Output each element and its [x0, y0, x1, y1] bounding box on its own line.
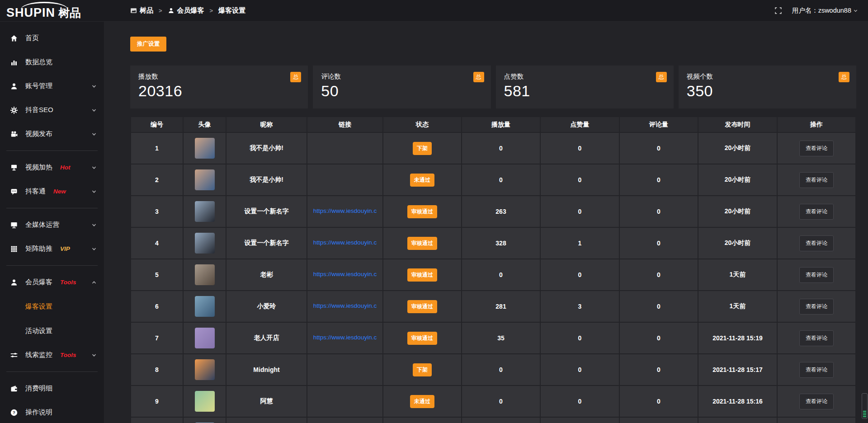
cell-comments: 0 [619, 259, 698, 291]
sidebar-item-badge: Hot [60, 164, 71, 171]
cell-link [307, 132, 383, 164]
sidebar-item[interactable]: 视频发布 [0, 122, 104, 146]
sidebar-subitem[interactable]: 活动设置 [0, 319, 104, 343]
video-link[interactable]: https://www.iesdouyin.c [313, 239, 377, 246]
cell-likes: 0 [540, 354, 619, 385]
cell-time [698, 417, 777, 423]
cell-id: 3 [131, 196, 183, 227]
column-header: 状态 [383, 117, 462, 132]
cell-link [307, 354, 383, 385]
cell-nickname: 我不是小帅! [226, 164, 307, 196]
cell-avatar [183, 354, 226, 385]
sidebar-item[interactable]: 全媒体运营 [0, 213, 104, 237]
view-comments-button[interactable]: 查看评论 [799, 299, 834, 315]
sidebar-item-label: 抖音SEO [25, 106, 53, 114]
cell-avatar [183, 227, 226, 259]
status-badge: 未通过 [410, 174, 434, 187]
user-menu[interactable]: 用户名：zswodun88 [792, 6, 858, 15]
floating-widget[interactable] [862, 393, 868, 419]
cell-likes: 0 [540, 196, 619, 227]
view-comments-button[interactable]: 查看评论 [799, 330, 834, 346]
cell-comments: 0 [619, 196, 698, 227]
column-header: 编号 [131, 117, 183, 132]
screen-heat-icon [10, 164, 19, 172]
stat-card: 播放数总20316 [130, 66, 308, 108]
view-comments-button[interactable]: 查看评论 [799, 172, 834, 188]
breadcrumb-separator: > [159, 7, 162, 14]
sidebar-item[interactable]: 账号管理 [0, 74, 104, 98]
total-badge: 总 [656, 72, 667, 82]
sidebar-item-label: 首页 [25, 34, 39, 42]
cell-id: 2 [131, 164, 183, 196]
avatar [195, 328, 215, 348]
sidebar-item[interactable]: 抖音SEO [0, 98, 104, 122]
view-comments-button[interactable]: 查看评论 [799, 141, 834, 156]
logo-text-cn: 树品 [58, 6, 81, 19]
table-row: 4设置一个新名字https://www.iesdouyin.c审核通过32810… [131, 227, 856, 259]
promo-settings-button[interactable]: 推广设置 [130, 37, 166, 52]
sidebar-item[interactable]: 抖客通New [0, 179, 104, 203]
cell-avatar [183, 417, 226, 423]
cell-nickname: 设置一个新名字 [226, 196, 307, 227]
view-comments-button[interactable]: 查看评论 [799, 394, 834, 409]
view-comments-button[interactable]: 查看评论 [799, 235, 834, 251]
cell-likes: 0 [540, 164, 619, 196]
cell-id [131, 417, 183, 423]
fullscreen-icon[interactable] [774, 7, 782, 14]
avatar [195, 359, 215, 380]
avatar [195, 138, 215, 159]
cell-nickname: 老彬 [226, 259, 307, 291]
cell-avatar [183, 132, 226, 164]
sidebar-item[interactable]: 会员爆客Tools [0, 270, 104, 294]
cell-link: https://www.iesdouyin.c [307, 291, 383, 322]
table-row: 7老人开店https://www.iesdouyin.c审核通过35002021… [131, 322, 856, 354]
cell-action: 查看评论 [777, 132, 856, 164]
cell-likes: 3 [540, 291, 619, 322]
topbar-right: 用户名：zswodun88 [774, 6, 868, 15]
sidebar-item[interactable]: 首页 [0, 26, 104, 50]
chevron-down-icon [91, 108, 97, 113]
cell-nickname: 阿慧 [226, 385, 307, 417]
sidebar-item[interactable]: 线索监控Tools [0, 343, 104, 367]
cell-comments: 0 [619, 227, 698, 259]
cell-link: https://www.iesdouyin.c [307, 322, 383, 354]
breadcrumb-item[interactable]: 爆客设置 [218, 6, 245, 15]
video-link[interactable]: https://www.iesdouyin.c [313, 271, 377, 277]
table-header-row: 编号头像昵称链接状态播放量点赞量评论量发布时间操作 [131, 117, 856, 132]
view-comments-button[interactable]: 查看评论 [799, 362, 834, 378]
status-badge: 下架 [413, 363, 432, 376]
sidebar-item[interactable]: 数据总览 [0, 50, 104, 74]
breadcrumb-label: 会员爆客 [177, 6, 204, 15]
breadcrumb-item[interactable]: 会员爆客 [168, 6, 204, 15]
sidebar-item[interactable]: ?操作说明 [0, 400, 104, 423]
sidebar-item[interactable]: 视频加热Hot [0, 155, 104, 179]
cell-avatar [183, 164, 226, 196]
stat-card: 点赞数总581 [496, 66, 674, 108]
chevron-down-icon [91, 222, 97, 228]
cell-status: 未通过 [383, 385, 462, 417]
cell-time: 2021-11-28 15:19 [698, 322, 777, 354]
cell-id: 1 [131, 132, 183, 164]
cell-action: 查看评论 [777, 227, 856, 259]
cell-comments: 0 [619, 385, 698, 417]
stat-card-label: 点赞数 [504, 72, 665, 81]
video-link[interactable]: https://www.iesdouyin.c [313, 207, 377, 214]
wallet-icon [10, 385, 19, 393]
floating-widget-bars [863, 410, 866, 417]
cell-time: 1天前 [698, 291, 777, 322]
breadcrumb-item[interactable]: 树品 [130, 6, 153, 15]
cell-status: 审核通过 [383, 322, 462, 354]
video-link[interactable]: https://www.iesdouyin.c [313, 334, 377, 341]
avatar [195, 391, 215, 412]
sidebar-item[interactable]: 矩阵助推VIP [0, 237, 104, 261]
sidebar-subitem[interactable]: 爆客设置 [0, 294, 104, 319]
view-comments-button[interactable]: 查看评论 [799, 204, 834, 220]
logo-zone: SHUPIN树品 [0, 3, 104, 19]
site-icon [130, 7, 137, 14]
monitor-icon [10, 221, 19, 229]
cell-id: 4 [131, 227, 183, 259]
view-comments-button[interactable]: 查看评论 [799, 267, 834, 283]
stat-card-value: 20316 [138, 82, 300, 100]
sidebar-item[interactable]: 消费明细 [0, 376, 104, 400]
video-link[interactable]: https://www.iesdouyin.c [313, 302, 377, 309]
